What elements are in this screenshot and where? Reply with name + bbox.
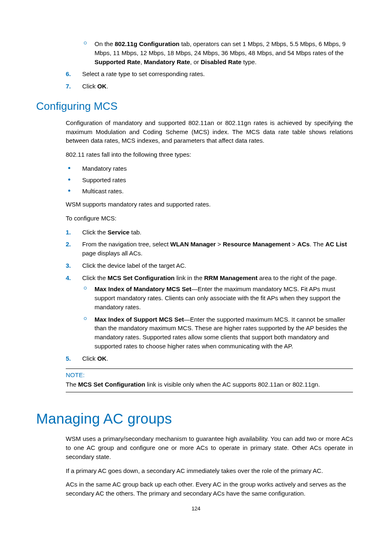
page: . On the 802.11g Configuration tab, oper… (0, 0, 392, 533)
step-4: 4. Click the MCS Set Configuration link … (66, 273, 353, 351)
step-1: 1. Click the Service tab. (66, 228, 353, 237)
list-item: Mandatory rates (66, 164, 353, 173)
circle-bullet-icon (84, 317, 87, 320)
text: area to the right of the page. (258, 274, 337, 281)
sub-item-max-support: Max Index of Support MCS Set—Enter the s… (82, 315, 353, 351)
text: Click the (82, 274, 108, 281)
text: link in the (175, 274, 204, 281)
text: Click the (82, 229, 108, 236)
circle-bullet-icon (84, 287, 87, 290)
paragraph: WSM uses a primary/secondary mechanism t… (66, 434, 353, 461)
step-3: 3. Click the device label of the target … (66, 261, 353, 270)
note-box: NOTE: The MCS Set Configuration link is … (66, 368, 353, 392)
text: Click the device label of the target AC. (82, 262, 186, 269)
heading-managing-ac-groups: Managing AC groups (36, 410, 353, 427)
step-7: 7. Click OK. (66, 82, 353, 91)
bold: Disabled Rate (201, 58, 241, 65)
text: Click (82, 355, 97, 362)
step-marker: 2. (66, 240, 78, 249)
bold: MCS Set Configuration (78, 381, 145, 388)
text: tab. (129, 229, 141, 236)
bold: Max Index of Support MCS Set (95, 316, 184, 323)
paragraph: ACs in the same AC group back up each ot… (66, 480, 353, 498)
paragraph: WSM supports mandatory rates and support… (66, 200, 353, 209)
step-6: 6. Select a rate type to set correspondi… (66, 70, 353, 79)
paragraph: To configure MCS: (66, 214, 353, 223)
paragraph: If a primary AC goes down, a secondary A… (66, 466, 353, 475)
bold: Max Index of Mandatory MCS Set (95, 285, 191, 292)
paragraph: 802.11 rates fall into the following thr… (66, 150, 353, 159)
ac-section: WSM uses a primary/secondary mechanism t… (66, 434, 353, 498)
note-label: NOTE: (66, 371, 353, 378)
circle-bullet-icon (84, 42, 87, 44)
bold: ACs (297, 241, 310, 248)
text: . (106, 83, 108, 90)
text: On the (95, 40, 115, 47)
text: Click (82, 83, 97, 90)
page-number: 124 (0, 505, 392, 512)
text: , or (190, 58, 201, 65)
text: type. (242, 58, 257, 65)
sub-item-max-mandatory: Max Index of Mandatory MCS Set—Enter the… (82, 285, 353, 311)
step-marker: 5. (66, 354, 78, 363)
step-marker: 4. (66, 273, 78, 283)
bold: 802.11g Configuration (115, 40, 180, 47)
rate-types-list: Mandatory rates Supported rates Multicas… (66, 164, 353, 196)
text: Select a rate type to set corresponding … (82, 70, 205, 77)
step-2: 2. From the navigation tree, select WLAN… (66, 240, 353, 258)
paragraph: Configuration of mandatory and supported… (66, 118, 353, 145)
bold: MCS Set Configuration (108, 274, 175, 281)
text: . (106, 355, 108, 362)
text: From the navigation tree, select (82, 241, 170, 248)
text: The (66, 381, 78, 388)
text: > (290, 241, 297, 248)
text: link is visible only when the AC support… (145, 381, 320, 388)
bold: WLAN Manager (170, 241, 216, 248)
bold: AC List (325, 241, 347, 248)
bold: Service (108, 229, 129, 236)
heading-configuring-mcs: Configuring MCS (36, 100, 353, 113)
mcs-section: Configuration of mandatory and supported… (66, 118, 353, 363)
step-marker: 7. (66, 82, 78, 91)
bold: Resource Management (223, 241, 290, 248)
intro-continuation: . On the 802.11g Configuration tab, oper… (66, 39, 353, 91)
text: page displays all ACs. (82, 250, 143, 257)
bold: Mandatory Rate (144, 58, 190, 65)
step-5: 5. Click OK. (66, 354, 353, 363)
text: , (141, 58, 144, 65)
bold: RRM Management (204, 274, 258, 281)
list-item: Supported rates (66, 176, 353, 185)
step-marker: 6. (66, 70, 78, 79)
bold: OK (97, 83, 107, 90)
sub-item-80211g: On the 802.11g Configuration tab, operat… (82, 39, 353, 66)
bold: OK (97, 355, 107, 362)
step-marker: 1. (66, 228, 78, 237)
text: > (216, 241, 223, 248)
step-marker: 3. (66, 261, 78, 270)
mcs-steps: 1. Click the Service tab. 2. From the na… (66, 228, 353, 363)
bold: Supported Rate (95, 58, 141, 65)
text: . The (310, 241, 325, 248)
note-text: The MCS Set Configuration link is visibl… (66, 380, 353, 389)
list-item: Multicast rates. (66, 187, 353, 196)
list-item: . On the 802.11g Configuration tab, oper… (66, 39, 353, 66)
